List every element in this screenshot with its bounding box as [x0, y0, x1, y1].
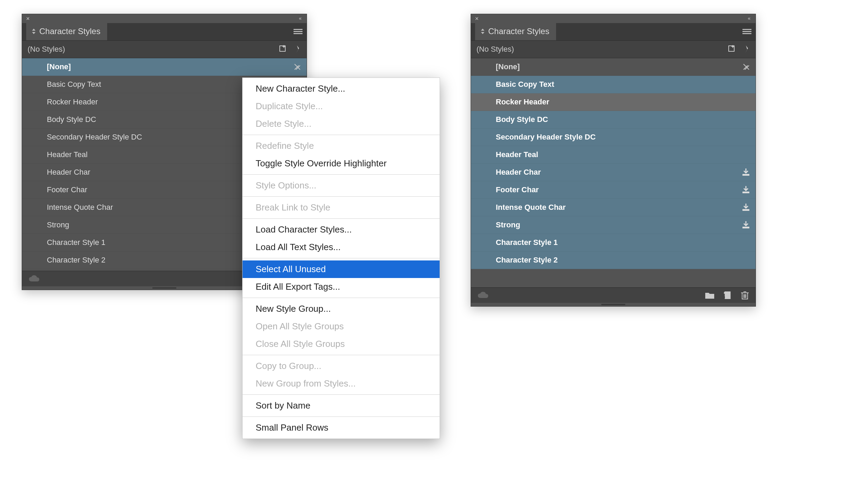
- svg-rect-1: [294, 31, 302, 32]
- panel-menu-icon[interactable]: [294, 28, 302, 35]
- style-label: Footer Char: [47, 185, 87, 194]
- imported-style-icon: [742, 204, 750, 211]
- style-label: Secondary Header Style DC: [47, 133, 142, 142]
- style-row[interactable]: Character Style 2: [471, 251, 756, 269]
- menu-item[interactable]: Sort by Name: [243, 397, 440, 414]
- clear-override-icon[interactable]: [294, 45, 301, 54]
- menu-separator: [243, 298, 440, 298]
- tab-label: Character Styles: [39, 27, 100, 36]
- style-label: Rocker Header: [47, 97, 98, 106]
- menu-item: Close All Style Groups: [243, 335, 440, 353]
- tab-character-styles[interactable]: Character Styles: [475, 22, 556, 40]
- style-label: Secondary Header Style DC: [496, 133, 596, 142]
- menu-separator: [243, 355, 440, 355]
- panel-menu-icon[interactable]: [742, 28, 751, 35]
- style-row[interactable]: Footer Char: [471, 181, 756, 199]
- collapse-icon[interactable]: «: [296, 16, 304, 22]
- close-icon[interactable]: ×: [474, 16, 480, 22]
- sort-icon: [31, 28, 37, 35]
- style-label: Character Style 2: [47, 256, 105, 265]
- style-list: [None]Basic Copy TextRocker HeaderBody S…: [471, 58, 756, 287]
- menu-separator: [243, 174, 440, 175]
- style-label: Header Char: [47, 168, 90, 177]
- style-row[interactable]: Intense Quote Char: [471, 199, 756, 216]
- style-row[interactable]: [None]: [22, 58, 307, 76]
- menu-item: Delete Style...: [243, 115, 440, 133]
- menu-item[interactable]: New Character Style...: [243, 80, 440, 97]
- menu-separator: [243, 135, 440, 135]
- edit-style-icon[interactable]: [294, 63, 301, 71]
- menu-item[interactable]: Load Character Styles...: [243, 221, 440, 238]
- menu-item: Duplicate Style...: [243, 97, 440, 115]
- svg-rect-10: [742, 209, 749, 211]
- menu-item[interactable]: Toggle Style Override Highlighter: [243, 155, 440, 172]
- panel-footer: [471, 287, 756, 303]
- svg-rect-8: [742, 174, 749, 176]
- svg-rect-5: [742, 31, 751, 32]
- style-row[interactable]: Basic Copy Text: [471, 76, 756, 93]
- new-style-icon[interactable]: [728, 45, 736, 53]
- style-label: Basic Copy Text: [47, 80, 101, 89]
- style-row[interactable]: Strong: [471, 216, 756, 234]
- panel-subheader: (No Styles): [22, 40, 307, 58]
- menu-item[interactable]: Load All Text Styles...: [243, 238, 440, 256]
- style-label: Body Style DC: [496, 115, 548, 124]
- style-label: Intense Quote Char: [47, 203, 113, 212]
- edit-style-icon[interactable]: [742, 63, 750, 71]
- menu-separator: [243, 218, 440, 219]
- folder-icon[interactable]: [705, 292, 714, 299]
- menu-item[interactable]: Small Panel Rows: [243, 419, 440, 436]
- tab-label: Character Styles: [488, 27, 549, 36]
- sort-icon: [480, 28, 485, 35]
- cloud-icon[interactable]: [29, 275, 39, 282]
- trash-icon[interactable]: [741, 291, 749, 299]
- menu-item: Copy to Group...: [243, 357, 440, 375]
- style-row[interactable]: Body Style DC: [471, 111, 756, 128]
- style-label: Character Style 1: [47, 238, 105, 247]
- style-label: Body Style DC: [47, 115, 96, 124]
- menu-item: Style Options...: [243, 177, 440, 194]
- current-style-label: (No Styles): [28, 45, 65, 54]
- resize-grip[interactable]: [471, 303, 756, 306]
- style-row[interactable]: Character Style 1: [471, 234, 756, 251]
- subheader-actions: [279, 45, 301, 54]
- svg-rect-2: [294, 33, 302, 34]
- menu-item[interactable]: Edit All Export Tags...: [243, 278, 440, 296]
- panel-subheader: (No Styles): [471, 40, 756, 58]
- imported-style-icon: [742, 168, 750, 176]
- menu-item[interactable]: Select All Unused: [243, 260, 440, 278]
- style-label: Intense Quote Char: [496, 203, 566, 212]
- svg-rect-11: [742, 227, 749, 228]
- clear-override-icon[interactable]: [743, 45, 750, 54]
- style-row[interactable]: [None]: [471, 58, 756, 76]
- cloud-icon[interactable]: [478, 292, 488, 299]
- imported-style-icon: [742, 221, 750, 229]
- new-page-icon[interactable]: [724, 291, 731, 299]
- close-icon[interactable]: ×: [25, 16, 31, 22]
- style-row[interactable]: Header Char: [471, 164, 756, 181]
- menu-item: Break Link to Style: [243, 199, 440, 216]
- style-label: Strong: [496, 220, 520, 229]
- collapse-icon[interactable]: «: [745, 16, 753, 22]
- menu-separator: [243, 394, 440, 395]
- panel-header: × «: [471, 14, 756, 23]
- new-style-icon[interactable]: [279, 45, 287, 53]
- menu-item[interactable]: New Style Group...: [243, 300, 440, 318]
- character-styles-panel-right: × « Character Styles (No Styles) [None]B…: [471, 14, 756, 307]
- menu-item: Open All Style Groups: [243, 318, 440, 335]
- style-label: Header Char: [496, 168, 541, 177]
- style-label: Character Style 2: [496, 256, 558, 265]
- tab-row: Character Styles: [22, 23, 307, 40]
- panel-context-menu: New Character Style...Duplicate Style...…: [242, 78, 440, 439]
- style-label: [None]: [496, 62, 520, 71]
- style-row[interactable]: Secondary Header Style DC: [471, 128, 756, 146]
- svg-rect-6: [742, 33, 751, 34]
- imported-style-icon: [742, 186, 750, 194]
- style-row[interactable]: Header Teal: [471, 146, 756, 164]
- menu-separator: [243, 196, 440, 197]
- tab-character-styles[interactable]: Character Styles: [26, 22, 107, 40]
- menu-item: New Group from Styles...: [243, 375, 440, 392]
- style-row[interactable]: Rocker Header: [471, 93, 756, 111]
- svg-rect-0: [294, 29, 302, 30]
- style-label: Strong: [47, 220, 69, 229]
